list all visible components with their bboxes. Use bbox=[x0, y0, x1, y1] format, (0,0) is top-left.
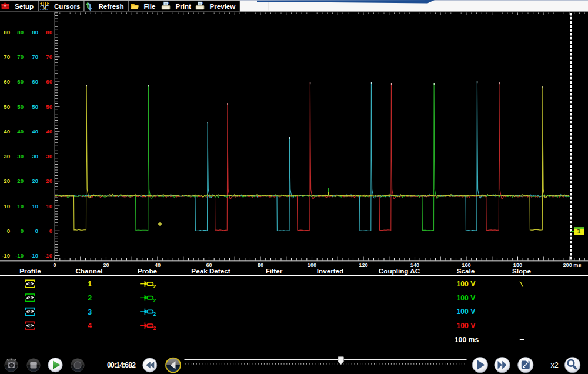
svg-text:100: 100 bbox=[308, 262, 316, 268]
svg-text:80: 80 bbox=[258, 262, 263, 268]
svg-text:20: 20 bbox=[32, 178, 38, 184]
svg-text:30: 30 bbox=[17, 153, 24, 159]
svg-text:40: 40 bbox=[46, 128, 52, 135]
svg-text:Slope: Slope bbox=[512, 267, 531, 275]
svg-text:60: 60 bbox=[32, 78, 38, 85]
svg-text:x2: x2 bbox=[551, 361, 559, 369]
svg-text:100 V: 100 V bbox=[457, 280, 476, 288]
svg-text:4: 4 bbox=[88, 321, 92, 330]
svg-text:00:14:682: 00:14:682 bbox=[107, 361, 136, 369]
svg-text:100 ms: 100 ms bbox=[455, 336, 479, 344]
svg-text:Coupling AC: Coupling AC bbox=[379, 267, 420, 275]
svg-text:2: 2 bbox=[88, 293, 92, 302]
svg-text:-10: -10 bbox=[44, 252, 52, 259]
svg-text:40: 40 bbox=[32, 128, 38, 135]
svg-text:60: 60 bbox=[17, 78, 24, 85]
svg-text:File: File bbox=[144, 2, 156, 10]
svg-text:120: 120 bbox=[359, 262, 368, 268]
svg-text:0: 0 bbox=[53, 262, 56, 268]
svg-text:40: 40 bbox=[17, 128, 24, 135]
svg-text:Refresh: Refresh bbox=[99, 2, 124, 10]
svg-text:100 V: 100 V bbox=[457, 322, 476, 330]
svg-text:Print: Print bbox=[176, 2, 192, 10]
svg-text:3: 3 bbox=[88, 308, 92, 316]
svg-text:30: 30 bbox=[32, 153, 38, 159]
svg-text:70: 70 bbox=[46, 54, 52, 60]
svg-text:20: 20 bbox=[4, 178, 10, 184]
svg-text:80: 80 bbox=[46, 29, 52, 35]
svg-text:Inverted: Inverted bbox=[317, 267, 343, 275]
svg-text:40: 40 bbox=[4, 128, 10, 135]
svg-text:Preview: Preview bbox=[210, 2, 236, 10]
svg-text:80: 80 bbox=[32, 29, 38, 35]
svg-text:60: 60 bbox=[4, 78, 10, 85]
svg-text:2: 2 bbox=[153, 311, 156, 317]
svg-text:2: 2 bbox=[153, 283, 156, 289]
svg-text:100 V: 100 V bbox=[457, 294, 476, 302]
svg-text:70: 70 bbox=[4, 54, 10, 60]
svg-text:10: 10 bbox=[32, 203, 38, 209]
svg-text:50: 50 bbox=[46, 103, 52, 110]
svg-text:200 ms: 200 ms bbox=[563, 262, 581, 268]
svg-text:-10: -10 bbox=[30, 252, 38, 259]
svg-text:50: 50 bbox=[17, 103, 24, 110]
svg-text:0: 0 bbox=[49, 228, 52, 234]
svg-text:Probe: Probe bbox=[138, 267, 158, 275]
svg-text:0: 0 bbox=[21, 228, 24, 234]
svg-text:70: 70 bbox=[32, 54, 38, 60]
svg-text:30: 30 bbox=[46, 153, 52, 159]
svg-text:80: 80 bbox=[4, 29, 10, 35]
svg-text:70: 70 bbox=[17, 54, 24, 60]
svg-text:Filter: Filter bbox=[266, 267, 283, 275]
svg-text:1: 1 bbox=[88, 279, 92, 288]
svg-text:100 V: 100 V bbox=[457, 308, 476, 316]
svg-text:30: 30 bbox=[4, 153, 10, 159]
svg-text:10: 10 bbox=[46, 203, 52, 209]
svg-text:0: 0 bbox=[35, 228, 38, 234]
svg-text:50: 50 bbox=[32, 103, 38, 110]
svg-text:Channel: Channel bbox=[75, 267, 102, 275]
svg-text:10: 10 bbox=[17, 203, 24, 209]
svg-text:-10: -10 bbox=[2, 252, 10, 259]
svg-text:0: 0 bbox=[7, 228, 10, 234]
svg-text:20: 20 bbox=[17, 178, 24, 184]
svg-text:Peak Detect: Peak Detect bbox=[191, 267, 230, 275]
svg-text:50: 50 bbox=[4, 103, 10, 110]
svg-text:-10: -10 bbox=[15, 252, 24, 259]
svg-text:2: 2 bbox=[153, 298, 156, 303]
svg-text:Cursors: Cursors bbox=[54, 2, 80, 10]
svg-text:60: 60 bbox=[46, 78, 52, 85]
svg-text:Scale: Scale bbox=[457, 267, 475, 275]
svg-text:2: 2 bbox=[153, 325, 156, 331]
svg-text:80: 80 bbox=[17, 29, 24, 35]
svg-text:20: 20 bbox=[103, 262, 109, 268]
svg-text:20: 20 bbox=[46, 178, 52, 184]
svg-text:1: 1 bbox=[577, 228, 581, 235]
svg-text:Profile: Profile bbox=[19, 267, 41, 275]
svg-text:Setup: Setup bbox=[15, 2, 34, 10]
svg-text:10: 10 bbox=[4, 203, 10, 209]
